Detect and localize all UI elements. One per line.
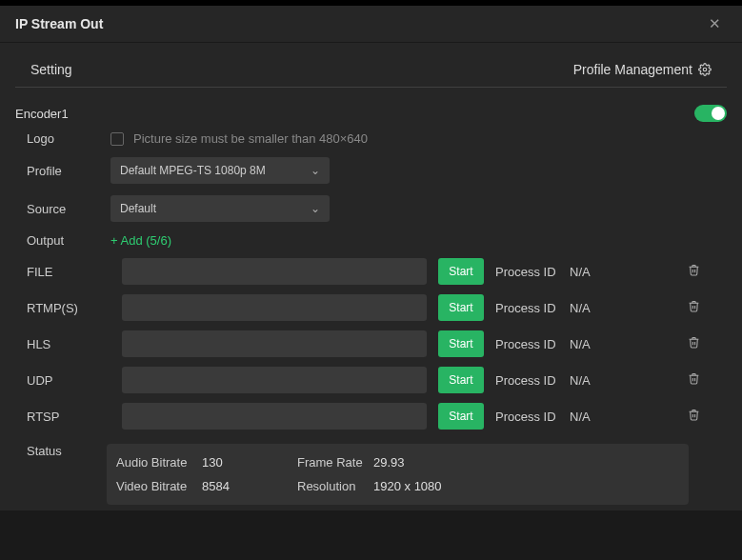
rtsp-url-input[interactable] bbox=[122, 403, 427, 430]
file-url-input[interactable] bbox=[122, 258, 427, 285]
video-bitrate-value: 8584 bbox=[202, 479, 297, 493]
encoder1-name: Encoder1 bbox=[15, 107, 69, 121]
trash-icon[interactable] bbox=[684, 260, 704, 283]
output-proto: UDP bbox=[15, 373, 110, 388]
resolution-value: 1920 x 1080 bbox=[373, 479, 488, 493]
process-id-label: Process ID bbox=[495, 373, 558, 388]
start-button[interactable]: Start bbox=[438, 294, 484, 321]
encoder1-form: Logo Picture size must be smaller than 4… bbox=[0, 126, 742, 510]
process-id-value: N/A bbox=[570, 337, 672, 351]
close-icon[interactable]: ✕ bbox=[703, 13, 727, 34]
output-row-hls: HLS Start Process ID N/A bbox=[15, 326, 727, 362]
start-button[interactable]: Start bbox=[438, 330, 484, 357]
logo-label: Logo bbox=[15, 131, 110, 146]
process-id-label: Process ID bbox=[495, 410, 558, 424]
process-id-label: Process ID bbox=[495, 337, 558, 351]
setting-label: Setting bbox=[30, 62, 72, 77]
output-proto: FILE bbox=[15, 265, 110, 279]
process-id-label: Process ID bbox=[495, 265, 558, 279]
toggle-knob bbox=[712, 107, 725, 120]
output-proto: HLS bbox=[15, 337, 110, 351]
profile-management-label: Profile Management bbox=[573, 62, 692, 77]
hls-url-input[interactable] bbox=[122, 330, 427, 357]
titlebar: IP Stream Out ✕ bbox=[0, 6, 742, 43]
rtmp-url-input[interactable] bbox=[122, 294, 427, 321]
frame-rate-value: 29.93 bbox=[373, 455, 488, 470]
start-button[interactable]: Start bbox=[438, 258, 484, 285]
process-id-value: N/A bbox=[570, 410, 672, 424]
encoder1-toggle[interactable] bbox=[694, 105, 727, 122]
gear-icon bbox=[698, 63, 712, 76]
status-box: Audio Bitrate 130 Frame Rate 29.93 Video… bbox=[107, 444, 689, 505]
output-row-rtsp: RTSP Start Process ID N/A bbox=[15, 398, 727, 434]
status-row: Status Audio Bitrate 130 Frame Rate 29.9… bbox=[15, 434, 727, 510]
profile-select[interactable]: Default MPEG-TS 1080p 8M ⌄ bbox=[110, 157, 330, 184]
resolution-label: Resolution bbox=[297, 479, 373, 493]
encoder1-header: Encoder1 bbox=[0, 88, 742, 126]
video-bitrate-label: Video Bitrate bbox=[116, 479, 202, 493]
trash-icon[interactable] bbox=[684, 405, 704, 428]
process-id-value: N/A bbox=[570, 301, 672, 315]
svg-point-0 bbox=[703, 68, 707, 71]
udp-url-input[interactable] bbox=[122, 367, 427, 393]
output-row-rtmp: RTMP(S) Start Process ID N/A bbox=[15, 290, 727, 326]
window-title: IP Stream Out bbox=[15, 16, 103, 31]
profile-management-button[interactable]: Profile Management bbox=[573, 62, 712, 77]
chevron-down-icon: ⌄ bbox=[311, 202, 320, 215]
output-label: Output bbox=[15, 233, 110, 248]
trash-icon[interactable] bbox=[684, 369, 704, 391]
output-row-udp: UDP Start Process ID N/A bbox=[15, 362, 727, 398]
source-select[interactable]: Default ⌄ bbox=[110, 195, 330, 222]
output-proto: RTMP(S) bbox=[15, 301, 110, 315]
output-proto: RTSP bbox=[15, 410, 110, 424]
subheader: Setting Profile Management bbox=[15, 43, 727, 88]
audio-bitrate-label: Audio Bitrate bbox=[116, 455, 202, 470]
profile-row: Profile Default MPEG-TS 1080p 8M ⌄ bbox=[15, 151, 727, 190]
logo-checkbox[interactable] bbox=[110, 132, 124, 146]
source-value: Default bbox=[120, 202, 156, 215]
source-row: Source Default ⌄ bbox=[15, 190, 727, 228]
trash-icon[interactable] bbox=[684, 332, 704, 355]
source-label: Source bbox=[15, 202, 110, 216]
add-output-button[interactable]: + Add (5/6) bbox=[110, 233, 171, 248]
trash-icon[interactable] bbox=[684, 296, 704, 319]
frame-rate-label: Frame Rate bbox=[297, 455, 373, 470]
audio-bitrate-value: 130 bbox=[202, 455, 297, 470]
output-label-row: Output + Add (5/6) bbox=[15, 228, 727, 253]
output-row-file: FILE Start Process ID N/A bbox=[15, 253, 727, 290]
logo-hint: Picture size must be smaller than 480×64… bbox=[133, 131, 368, 146]
status-label: Status bbox=[15, 444, 110, 458]
process-id-value: N/A bbox=[570, 265, 672, 279]
start-button[interactable]: Start bbox=[438, 367, 484, 393]
profile-value: Default MPEG-TS 1080p 8M bbox=[120, 164, 266, 177]
process-id-value: N/A bbox=[570, 373, 672, 388]
logo-row: Logo Picture size must be smaller than 4… bbox=[15, 126, 727, 151]
process-id-label: Process ID bbox=[495, 301, 558, 315]
profile-label: Profile bbox=[15, 164, 110, 178]
panel: IP Stream Out ✕ Setting Profile Manageme… bbox=[0, 6, 742, 510]
start-button[interactable]: Start bbox=[438, 403, 484, 430]
chevron-down-icon: ⌄ bbox=[311, 164, 320, 177]
